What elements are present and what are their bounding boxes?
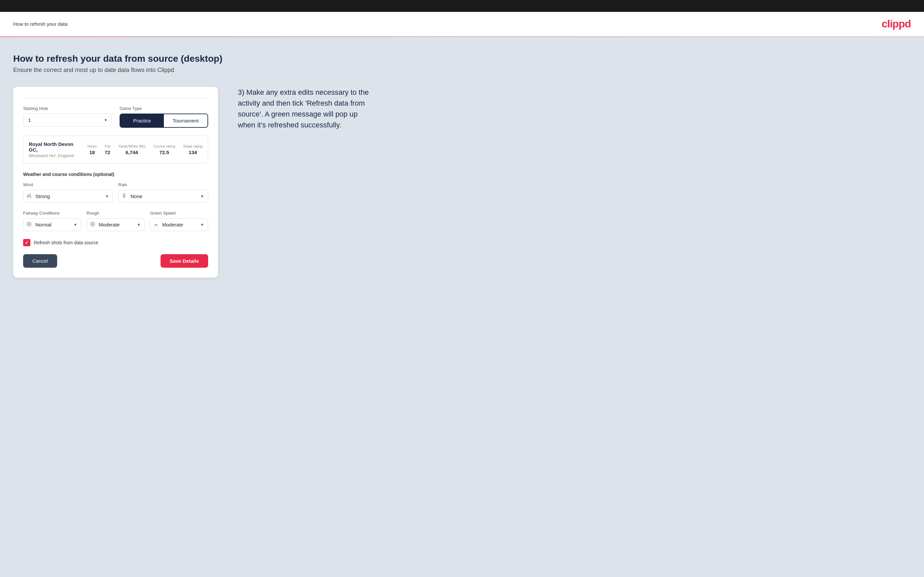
course-location: Westward Ho!, England	[29, 153, 82, 158]
starting-hole-select-wrapper: 1 10 ▼	[23, 114, 111, 126]
save-button[interactable]: Save Details	[160, 254, 208, 268]
svg-point-2	[28, 224, 30, 225]
course-card: Royal North Devon GC, Westward Ho!, Engl…	[23, 136, 208, 164]
page-title: How to refresh your data from source (de…	[13, 53, 911, 64]
game-type-toggle: Practice Tournament	[120, 114, 208, 128]
course-info: Royal North Devon GC, Westward Ho!, Engl…	[29, 141, 82, 158]
rain-label: Rain	[118, 182, 208, 187]
main-content: How to refresh your data from source (de…	[0, 37, 924, 577]
side-note: 3) Make any extra edits necessary to the…	[238, 87, 376, 131]
top-bar	[0, 0, 924, 12]
header: How to refresh your data clippd	[0, 12, 924, 37]
fairway-label: Fairway Conditions	[23, 211, 81, 216]
partial-bar	[23, 97, 208, 99]
holes-label: Holes	[87, 144, 97, 148]
starting-hole-group: Starting Hole 1 10 ▼	[23, 106, 111, 128]
par-stat: Par 72	[105, 144, 110, 155]
content-row: Starting Hole 1 10 ▼ Game Type Practice …	[13, 87, 911, 277]
holes-stat: Holes 18	[87, 144, 97, 155]
course-stats: Holes 18 Par 72 Yards/White (M)) 6,744 C…	[87, 144, 202, 155]
rain-group: Rain None Light Heavy	[118, 182, 208, 203]
form-panel: Starting Hole 1 10 ▼ Game Type Practice …	[13, 87, 218, 277]
green-speed-select[interactable]: Moderate Fast Slow	[150, 218, 208, 231]
rough-select-wrapper: Moderate Light Heavy ▼	[87, 218, 145, 231]
rain-select-wrapper: None Light Heavy ▼	[118, 190, 208, 203]
wind-select[interactable]: Strong Light None	[23, 190, 113, 203]
rough-icon	[90, 221, 95, 228]
fairway-select[interactable]: Normal Firm Soft	[23, 218, 81, 231]
fairway-select-wrapper: Normal Firm Soft ▼	[23, 218, 81, 231]
wind-group: Wind Strong Light None	[23, 182, 113, 203]
course-rating-value: 72.5	[160, 150, 169, 155]
slope-rating-value: 134	[189, 150, 197, 155]
rough-label: Rough	[87, 211, 145, 216]
rain-select[interactable]: None Light Heavy	[118, 190, 208, 203]
course-rating-label: Course rating	[153, 144, 175, 148]
course-rating-stat: Course rating 72.5	[153, 144, 175, 155]
cancel-button[interactable]: Cancel	[23, 254, 57, 268]
fairway-rough-green-row: Fairway Conditions Normal Firm Soft	[23, 211, 208, 231]
checkmark-icon: ✓	[25, 240, 29, 245]
rain-icon	[121, 193, 127, 200]
slope-rating-stat: Slope rating 134	[183, 144, 202, 155]
starting-hole-gametype-row: Starting Hole 1 10 ▼ Game Type Practice …	[23, 106, 208, 128]
side-note-text: 3) Make any extra edits necessary to the…	[238, 87, 376, 131]
page-subtitle: Ensure the correct and most up to date d…	[13, 67, 911, 74]
green-speed-group: Green Speed Moderate Fast Slow	[150, 211, 208, 231]
wind-icon	[26, 193, 32, 200]
game-type-group: Game Type Practice Tournament	[120, 106, 208, 128]
refresh-checkbox-row: ✓ Refresh shots from data source	[23, 239, 208, 246]
green-speed-label: Green Speed	[150, 211, 208, 216]
fairway-group: Fairway Conditions Normal Firm Soft	[23, 211, 81, 231]
course-name: Royal North Devon GC,	[29, 141, 82, 153]
starting-hole-label: Starting Hole	[23, 106, 111, 111]
yards-label: Yards/White (M))	[118, 144, 145, 148]
conditions-title: Weather and course conditions (optional)	[23, 172, 208, 177]
wind-label: Wind	[23, 182, 113, 187]
breadcrumb: How to refresh your data	[13, 21, 68, 27]
par-label: Par	[105, 144, 110, 148]
wind-select-wrapper: Strong Light None ▼	[23, 190, 113, 203]
yards-stat: Yards/White (M)) 6,744	[118, 144, 145, 155]
slope-rating-label: Slope rating	[183, 144, 202, 148]
svg-point-4	[92, 224, 93, 225]
practice-button[interactable]: Practice	[120, 114, 164, 127]
green-speed-icon	[153, 221, 158, 228]
holes-value: 18	[89, 150, 95, 155]
wind-rain-row: Wind Strong Light None	[23, 182, 208, 203]
rough-select[interactable]: Moderate Light Heavy	[87, 218, 145, 231]
refresh-label: Refresh shots from data source	[34, 240, 98, 245]
fairway-icon	[26, 221, 32, 228]
game-type-label: Game Type	[120, 106, 208, 111]
refresh-checkbox[interactable]: ✓	[23, 239, 31, 246]
green-speed-select-wrapper: Moderate Fast Slow ▼	[150, 218, 208, 231]
svg-point-1	[27, 222, 31, 226]
form-actions: Cancel Save Details	[23, 254, 208, 268]
yards-value: 6,744	[126, 150, 138, 155]
par-value: 72	[105, 150, 110, 155]
svg-point-0	[123, 194, 125, 196]
starting-hole-select[interactable]: 1 10	[23, 114, 111, 126]
logo: clippd	[882, 18, 911, 30]
tournament-button[interactable]: Tournament	[164, 114, 207, 127]
rough-group: Rough Moderate Light Heavy	[87, 211, 145, 231]
svg-point-3	[90, 222, 94, 226]
